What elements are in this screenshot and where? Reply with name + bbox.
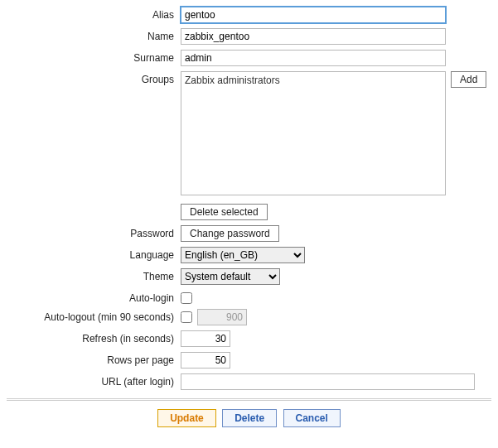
password-label: Password (7, 225, 181, 239)
alias-label: Alias (7, 7, 181, 21)
add-group-button[interactable]: Add (451, 71, 486, 88)
rows-input[interactable] (181, 352, 230, 369)
theme-label: Theme (7, 268, 181, 282)
auto-logout-label: Auto-logout (min 90 seconds) (7, 309, 181, 323)
alias-input[interactable] (181, 7, 446, 23)
update-button[interactable]: Update (157, 409, 216, 427)
auto-login-checkbox[interactable] (181, 292, 192, 304)
delete-button[interactable]: Delete (222, 409, 277, 427)
groups-listbox[interactable]: Zabbix administrators (181, 71, 446, 195)
theme-select[interactable]: System default (181, 268, 280, 285)
refresh-label: Refresh (in seconds) (7, 330, 181, 344)
change-password-button[interactable]: Change password (181, 225, 279, 242)
language-select[interactable]: English (en_GB) (181, 247, 305, 263)
auto-logout-input (197, 309, 247, 325)
rows-label: Rows per page (7, 352, 181, 366)
delete-selected-button[interactable]: Delete selected (181, 204, 268, 220)
groups-label: Groups (7, 71, 181, 85)
name-label: Name (7, 28, 181, 42)
language-label: Language (7, 247, 181, 261)
surname-label: Surname (7, 50, 181, 64)
auto-logout-checkbox[interactable] (181, 311, 192, 323)
auto-login-label: Auto-login (7, 290, 181, 304)
url-label: URL (after login) (7, 373, 181, 388)
cancel-button[interactable]: Cancel (283, 409, 341, 427)
list-item[interactable]: Zabbix administrators (185, 74, 442, 87)
separator (7, 398, 491, 401)
name-input[interactable] (181, 28, 446, 45)
footer-actions: Update Delete Cancel (7, 406, 491, 434)
refresh-input[interactable] (181, 330, 230, 347)
surname-input[interactable] (181, 50, 446, 66)
url-input[interactable] (181, 373, 475, 390)
